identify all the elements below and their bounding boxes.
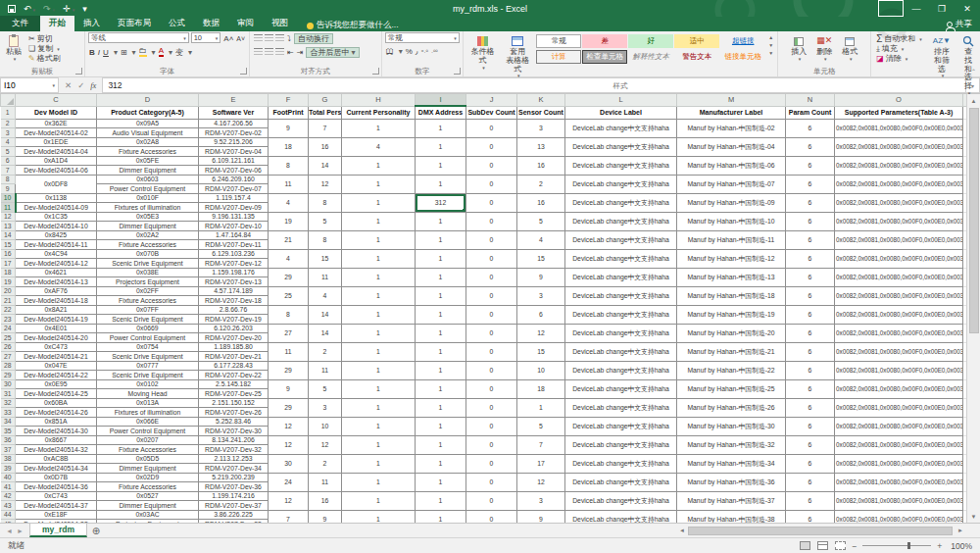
scroll-up-icon[interactable]: ▲ <box>967 94 980 107</box>
cell[interactable]: 12 <box>269 417 309 435</box>
cell[interactable]: DeviceLab change中文支持haha <box>565 510 677 523</box>
cell[interactable]: 0x0082,0x0081,0x0080,0x00F0,0x00E0,0x003… <box>835 305 963 324</box>
cell[interactable]: 8 <box>269 156 309 175</box>
cell[interactable]: 0xAF76 <box>16 286 97 296</box>
cell[interactable]: RDM-V207-Dev-30 <box>199 427 269 436</box>
cell[interactable]: RDM-V207-Dev-12 <box>199 259 269 269</box>
cell[interactable]: 6 <box>786 175 835 193</box>
cell[interactable]: Manuf by Hahan-中国制造-02 <box>677 119 786 137</box>
font-name-combo[interactable]: 等线▾ <box>88 32 189 43</box>
cell[interactable]: 3.86.226.225 <box>199 510 269 520</box>
cell[interactable]: RDM-V207-Dev-32 <box>199 445 269 455</box>
cell[interactable]: 0x0082,0x0081,0x0080,0x00F0,0x00E0,0x003… <box>835 175 963 193</box>
column-header-D[interactable]: D <box>97 94 199 106</box>
cell[interactable]: DeviceLab change中文支持haha <box>565 324 677 342</box>
cell[interactable]: DeviceLab change中文支持haha <box>565 193 677 212</box>
cell[interactable]: 3 <box>517 119 565 137</box>
row-header-21[interactable]: 21 <box>1 296 16 306</box>
cell[interactable]: 0x60BA <box>16 398 97 408</box>
cell[interactable]: 0x0082,0x0081,0x0080,0x00F0,0x00E0,0x003… <box>835 473 963 491</box>
cell[interactable]: Manuf by Hahan-中国制造-37 <box>677 491 786 510</box>
cell[interactable]: 0x851A <box>16 417 97 427</box>
cell[interactable]: 0x8A21 <box>16 305 97 315</box>
cell[interactable]: 0x0082,0x0081,0x0080,0x00F0,0x00E0,0x003… <box>835 491 963 510</box>
cell[interactable]: 0x0082,0x0081,0x0080,0x00F0,0x00E0,0x003… <box>835 212 963 230</box>
cell[interactable]: RDM-V207-Dev-02 <box>199 128 269 138</box>
cell[interactable]: Fixture Accessories <box>97 482 199 492</box>
align-right-icon[interactable] <box>275 48 284 56</box>
cell[interactable]: DeviceLab change中文支持haha <box>565 342 677 361</box>
style-explanatory-text[interactable]: 解释性文本 <box>628 50 673 64</box>
cell[interactable]: 6 <box>786 510 835 523</box>
cell[interactable]: 2 <box>309 342 342 361</box>
header-cell[interactable]: Current Personality <box>342 106 416 119</box>
cell[interactable]: 1 <box>342 193 416 212</box>
style-neutral[interactable]: 适中 <box>674 34 719 48</box>
cell[interactable]: 0 <box>466 156 517 175</box>
cell[interactable]: 5 <box>309 212 342 230</box>
cell[interactable]: DeviceLab change中文支持haha <box>565 212 677 230</box>
cell[interactable]: RDM-V207-Dev-07 <box>199 184 269 194</box>
cell[interactable]: 6 <box>786 156 835 175</box>
hscroll-right-icon[interactable]: ► <box>955 528 966 533</box>
cell[interactable]: 0 <box>466 230 517 249</box>
cell[interactable]: 1 <box>342 324 416 342</box>
cell[interactable]: 11 <box>269 342 309 361</box>
cell[interactable]: 1 <box>342 119 416 137</box>
cell[interactable]: 6 <box>786 305 835 324</box>
cell[interactable]: 2 <box>517 175 565 193</box>
cell[interactable]: 1.189.185.80 <box>199 342 269 352</box>
cell[interactable]: 1 <box>342 473 416 491</box>
row-header-37[interactable]: 37 <box>1 445 16 455</box>
row-header-16[interactable]: 16 <box>1 249 16 259</box>
close-button[interactable]: ✕ <box>955 0 980 17</box>
cell[interactable]: 17 <box>517 454 565 473</box>
cell[interactable]: 8.134.241.206 <box>199 435 269 445</box>
cell[interactable]: 3 <box>309 398 342 417</box>
cell[interactable]: 0x4C94 <box>16 249 97 259</box>
cell[interactable]: 14 <box>309 305 342 324</box>
horizontal-scroll-thumb[interactable] <box>688 527 953 535</box>
cell[interactable]: 15 <box>517 249 565 268</box>
cell[interactable]: 12 <box>517 324 565 342</box>
cell[interactable]: 1 <box>416 491 466 510</box>
cell[interactable]: Manuf by Hahan-中国制造-11 <box>677 230 786 249</box>
cell[interactable]: Dev-Model240514-04 <box>16 147 97 157</box>
cell[interactable]: 0x047E <box>16 361 97 371</box>
cell[interactable]: 1.159.198.176 <box>199 268 269 277</box>
cell[interactable]: Dimmer Equipment <box>97 464 199 474</box>
column-header-O[interactable]: O <box>835 94 963 106</box>
cell[interactable]: Manuf by Hahan-中国制造-36 <box>677 473 786 491</box>
row-header-27[interactable]: 27 <box>1 352 16 362</box>
header-cell[interactable]: Device Label <box>565 106 677 119</box>
cell[interactable]: 1 <box>416 305 466 324</box>
cell[interactable]: 0x05D5 <box>97 454 199 464</box>
cell[interactable]: Dev-Model240514-26 <box>16 408 97 418</box>
format-cells-button[interactable]: 格式▾ <box>839 32 860 64</box>
customize-qat-button[interactable]: ▾ <box>82 4 87 14</box>
cell[interactable]: 4 <box>309 286 342 305</box>
cell[interactable]: 1 <box>342 268 416 286</box>
cell[interactable]: 6 <box>786 454 835 473</box>
cell[interactable]: Dev-Model240514-32 <box>16 445 97 455</box>
sort-filter-button[interactable]: AZ▼ 排序和筛选▾ <box>930 32 954 81</box>
cell[interactable]: 0x07FF <box>97 305 199 315</box>
cell[interactable]: 0x1EDE <box>16 137 97 147</box>
row-header-19[interactable]: 19 <box>1 277 16 287</box>
underline-button[interactable]: U <box>103 48 109 57</box>
cell[interactable]: 24 <box>269 473 309 491</box>
cell[interactable]: 1 <box>342 435 416 454</box>
cell[interactable]: 0x0082,0x0081,0x0080,0x00F0,0x00E0,0x003… <box>835 268 963 286</box>
cell[interactable]: 4 <box>342 137 416 156</box>
cell[interactable]: Manuf by Hahan-中国制造-30 <box>677 417 786 435</box>
cell[interactable]: 0x8425 <box>16 230 97 240</box>
gallery-more-icon[interactable]: ▼ <box>768 50 773 56</box>
row-header-20[interactable]: 20 <box>1 286 16 296</box>
style-bad[interactable]: 差 <box>582 34 627 48</box>
row-header-38[interactable]: 38 <box>1 454 16 464</box>
row-header-8[interactable]: 8 <box>1 175 16 184</box>
cell[interactable]: 0x0082,0x0081,0x0080,0x00F0,0x00E0,0x003… <box>835 454 963 473</box>
cell[interactable]: RDM-V207-Dev-13 <box>199 277 269 287</box>
cell[interactable]: RDM-V207-Dev-25 <box>199 389 269 399</box>
cell[interactable]: 12 <box>517 473 565 491</box>
